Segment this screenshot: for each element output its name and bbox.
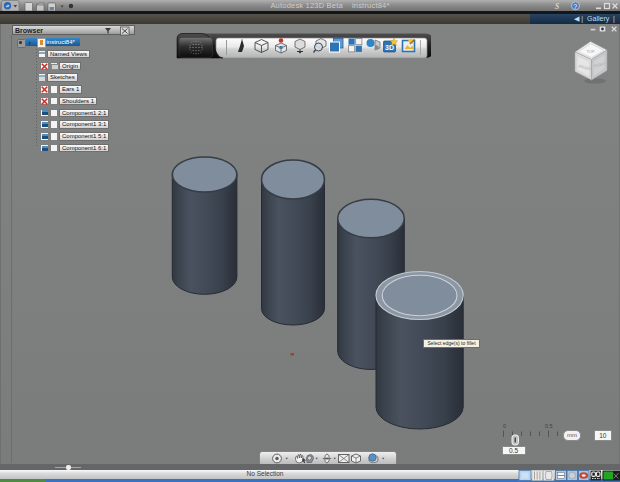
svg-text:TOP: TOP: [587, 49, 595, 54]
svg-text:0: 0: [503, 423, 506, 429]
svg-text:?: ?: [573, 3, 577, 10]
svg-text:S: S: [555, 2, 559, 11]
svg-text:0.5: 0.5: [545, 423, 553, 429]
